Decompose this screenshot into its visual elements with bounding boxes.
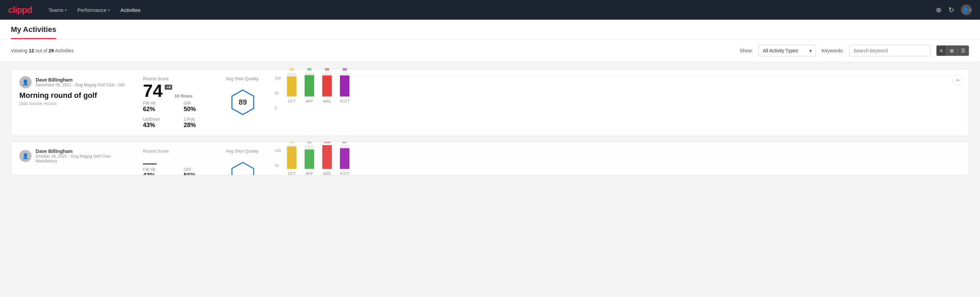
stat-gir-2: GIR 56% (184, 167, 218, 176)
bar-arg-fill (322, 75, 332, 96)
activity-type-select[interactable]: All Activity Types (758, 45, 816, 56)
bar-putt-label: PUTT (340, 99, 350, 103)
compact-view-toggle[interactable]: ☰ (958, 46, 969, 56)
bar-putt-2: 87 PUTT (340, 141, 350, 176)
bar-putt-track (340, 73, 349, 96)
user-details-2: Dave Billingham October 16, 2021 - Gog M… (36, 148, 135, 163)
stat-fw-hit-2: FW Hit 43% (143, 167, 177, 176)
view-toggles: ≡ ⊞ ☰ (936, 45, 969, 56)
chevron-down-icon: ▾ (108, 8, 110, 12)
user-details: Dave Billingham December 05, 2021 - Gog … (36, 77, 124, 87)
stat-grid: FW Hit 62% GIR 50% Up/Down 43% 1 Putt 28… (143, 101, 218, 129)
avatar-icon: 👤 (963, 7, 969, 13)
activity-card: 👤 Dave Billingham December 05, 2021 - Go… (11, 69, 969, 136)
card-left: 👤 Dave Billingham December 05, 2021 - Go… (19, 76, 135, 106)
y-label-100: 100 (275, 76, 281, 80)
bar-app-fill (305, 75, 314, 96)
page-header: My Activities (0, 20, 980, 40)
y-label-0: 0 (275, 106, 281, 110)
viewing-total: 29 (49, 48, 54, 53)
quality-label-2: Avg Shot Quality (226, 148, 259, 153)
stat-1putt: 1 Putt 28% (184, 117, 218, 129)
user-name-2: Dave Billingham (36, 148, 135, 154)
list-view-toggle[interactable]: ≡ (937, 46, 947, 56)
nav-activities[interactable]: Activities (121, 7, 141, 13)
activities-list: 👤 Dave Billingham December 05, 2021 - Go… (0, 62, 980, 188)
logo[interactable]: clippd (8, 5, 32, 15)
grid-view-toggle[interactable]: ⊞ (947, 46, 958, 56)
activity-type-select-wrapper: All Activity Types (758, 45, 816, 56)
user-info: 👤 Dave Billingham December 05, 2021 - Go… (19, 76, 135, 88)
avatar: 👤 (19, 76, 32, 88)
data-source: Data Source: Arccos (19, 101, 135, 106)
bar-app: 90 APP (305, 67, 314, 103)
viewing-count: 12 (29, 48, 34, 53)
score-placeholder (143, 156, 156, 164)
filter-bar: Viewing 12 out of 29 Activities Show: Al… (0, 40, 980, 62)
bar-app-label: APP (305, 99, 313, 103)
bar-arg-2: 106 ARG (322, 141, 332, 176)
user-date-2: October 16, 2021 - Gog Magog Golf Club -… (36, 154, 135, 163)
bar-arg-track (322, 73, 332, 96)
y-axis-2: 100 50 0 (275, 148, 281, 176)
round-score-label: Round Score (143, 76, 218, 81)
hexagon-container: 89 (226, 85, 260, 119)
bar-ott-fill (287, 77, 296, 97)
hexagon-svg-2 (229, 161, 256, 176)
user-info-2: 👤 Dave Billingham October 16, 2021 - Gog… (19, 148, 135, 163)
stat-updown: Up/Down 43% (143, 117, 177, 129)
refresh-icon[interactable]: ↻ (948, 6, 954, 14)
navbar: clippd Teams ▾ Performance ▾ Activities … (0, 0, 980, 20)
stat-grid-2: FW Hit 43% GIR 56% (143, 167, 218, 176)
card-quality-2: Avg Shot Quality (226, 148, 267, 176)
stat-gir: GIR 50% (184, 101, 218, 113)
y-axis: 100 50 0 (275, 76, 281, 110)
bars-container-2: 94 OTT 82 APP 106 (287, 148, 961, 176)
nav-teams[interactable]: Teams ▾ (49, 7, 67, 13)
show-label: Show: (740, 48, 753, 53)
user-date: December 05, 2021 - Gog Magog Golf Club … (36, 83, 124, 87)
add-icon[interactable]: ⊕ (936, 6, 942, 14)
keywords-label: Keywords: (821, 48, 843, 53)
page-title: My Activities (11, 25, 56, 39)
card-avg-shot-quality: Avg Shot Quality 89 (226, 76, 267, 119)
chevron-down-icon: ▾ (65, 8, 67, 12)
avatar-2: 👤 (19, 150, 32, 162)
hexagon: 89 (229, 89, 256, 116)
bar-ott-track (287, 73, 296, 96)
card-left-2: 👤 Dave Billingham October 16, 2021 - Gog… (19, 148, 135, 166)
card-chart-2: 100 50 0 94 OTT 82 (275, 148, 961, 176)
bar-arg: 89 ARG (322, 67, 332, 103)
avatar-chevron: ▾ (969, 8, 971, 12)
hex-number: 89 (239, 98, 247, 107)
bar-ott-value: 85 (290, 67, 294, 71)
bar-app-track (305, 73, 314, 96)
bar-ott-label: OTT (288, 99, 296, 103)
nav-right: ⊕ ↻ 👤 ▾ (936, 5, 972, 15)
holes-label: 18 Holes (174, 94, 192, 99)
bar-app-value: 90 (307, 67, 312, 71)
card-stats-2: Round Score FW Hit 43% GIR 56% (143, 148, 218, 176)
hexagon-2 (229, 161, 256, 176)
y-label-50: 50 (275, 91, 281, 95)
bar-putt-fill (340, 75, 349, 96)
hexagon-container-2 (226, 158, 260, 176)
score-number: 74 (143, 82, 163, 99)
card-chart: 100 50 0 85 OTT (275, 76, 961, 117)
svg-marker-1 (232, 163, 254, 176)
stat-fw-hit: FW Hit 62% (143, 101, 177, 113)
avatar-person-icon: 👤 (22, 79, 29, 86)
bar-ott: 85 OTT (287, 67, 296, 103)
card-stats: Round Score 74 +4 18 Holes FW Hit 62% GI… (143, 76, 218, 129)
bar-app-2: 82 APP (305, 141, 314, 176)
bars-container: 85 OTT 90 APP 89 (287, 76, 961, 110)
avatar-person-icon-2: 👤 (22, 153, 29, 160)
user-avatar-button[interactable]: 👤 ▾ (961, 5, 972, 15)
bar-arg-value: 89 (325, 67, 329, 71)
viewing-text: Viewing 12 out of 29 Activities (11, 48, 735, 53)
bar-ott-2: 94 OTT (287, 141, 296, 176)
activity-title: Morning round of golf (19, 91, 135, 100)
search-input[interactable] (849, 45, 931, 56)
nav-performance[interactable]: Performance ▾ (78, 7, 110, 13)
bar-putt-value: 89 (343, 67, 347, 71)
